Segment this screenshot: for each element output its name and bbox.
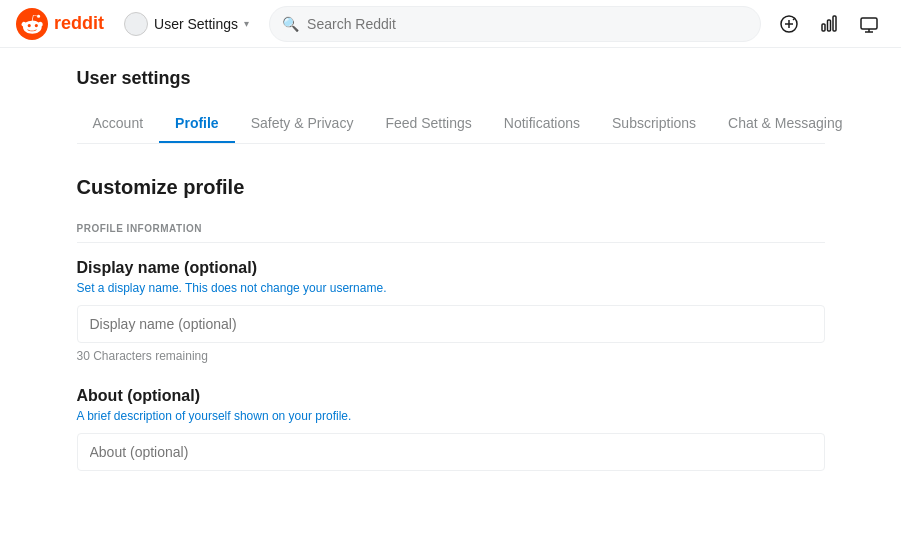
header-actions [773,8,885,40]
chevron-down-icon: ▾ [244,18,249,29]
tab-chat-messaging[interactable]: Chat & Messaging [712,105,858,143]
about-label: About (optional) [77,387,825,405]
chart-icon [819,14,839,34]
about-input[interactable] [77,433,825,471]
tab-safety-privacy[interactable]: Safety & Privacy [235,105,370,143]
svg-rect-6 [833,16,836,31]
about-group: About (optional) A brief description of … [77,387,825,471]
tab-feed-settings[interactable]: Feed Settings [369,105,487,143]
header: reddit User Settings ▾ 🔍 [0,0,901,48]
settings-tabs: Account Profile Safety & Privacy Feed Se… [77,105,825,144]
display-name-group: Display name (optional) Set a display na… [77,259,825,363]
page-content: User settings Account Profile Safety & P… [61,48,841,547]
about-description: A brief description of yourself shown on… [77,409,825,423]
display-name-input[interactable] [77,305,825,343]
reddit-logo-icon [16,8,48,40]
compose-icon-button[interactable] [773,8,805,40]
avatar [124,12,148,36]
tab-profile[interactable]: Profile [159,105,235,143]
display-name-label: Display name (optional) [77,259,825,277]
svg-rect-4 [822,24,825,31]
tv-icon [859,14,879,34]
customize-profile-title: Customize profile [77,176,825,199]
search-input[interactable] [307,16,748,32]
reddit-wordmark: reddit [54,13,104,34]
svg-rect-7 [861,18,877,29]
profile-info-label: PROFILE INFORMATION [77,223,825,243]
tab-notifications[interactable]: Notifications [488,105,596,143]
search-icon: 🔍 [282,16,299,32]
user-settings-dropdown[interactable]: User Settings ▾ [116,8,257,40]
profile-section: Customize profile PROFILE INFORMATION Di… [77,144,825,527]
char-remaining: 30 Characters remaining [77,349,825,363]
display-name-description: Set a display name. This does not change… [77,281,825,295]
user-settings-label: User Settings [154,16,238,32]
tab-account[interactable]: Account [77,105,160,143]
tv-icon-button[interactable] [853,8,885,40]
tab-subscriptions[interactable]: Subscriptions [596,105,712,143]
svg-rect-5 [828,20,831,31]
logo[interactable]: reddit [16,8,104,40]
search-bar: 🔍 [269,6,761,42]
stats-icon-button[interactable] [813,8,845,40]
compose-icon [779,14,799,34]
page-title: User settings [77,68,825,89]
